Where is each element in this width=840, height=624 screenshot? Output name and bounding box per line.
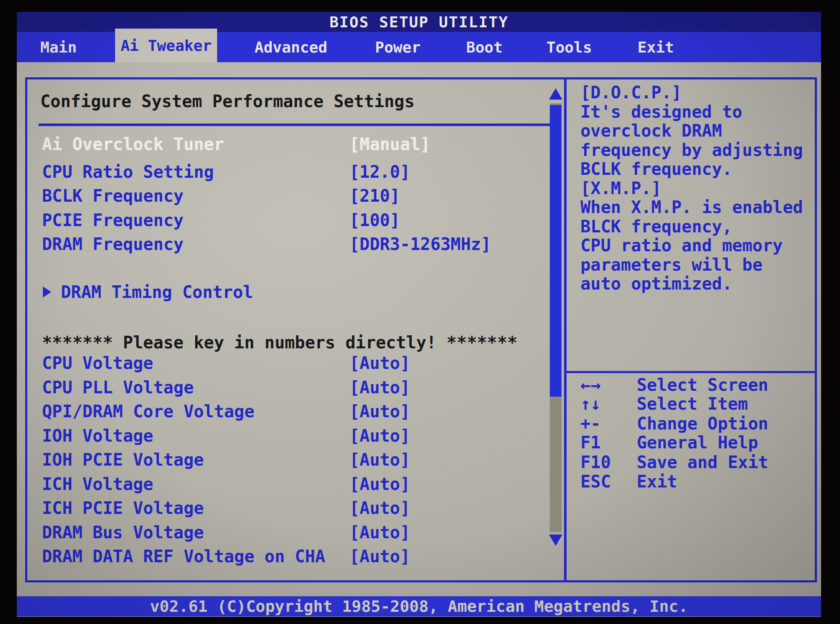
tab-advanced[interactable]: Advanced — [255, 32, 327, 62]
setting-label: CPU Ratio Setting — [42, 161, 214, 182]
setting-value: [Auto] — [349, 449, 410, 470]
submenu-arrow-icon — [43, 287, 51, 298]
setting-row-bclk-frequency[interactable]: BCLK Frequency [210] — [17, 185, 546, 206]
legend-row-general-help: F1 General Help — [17, 433, 269, 452]
setting-row-dram-frequency[interactable]: DRAM Frequency [DDR3-1263MHz] — [17, 234, 546, 255]
bios-setup-screenshot: BIOS SETUP UTILITY Main Ai Tweaker Advan… — [0, 0, 840, 624]
panel-divider — [564, 77, 567, 582]
scroll-down-icon[interactable] — [549, 534, 562, 546]
notice-text: ******* Please key in numbers directly! … — [42, 332, 517, 353]
heading-divider — [39, 124, 559, 126]
footer-bar: v02.61 (C)Copyright 1985-2008, American … — [17, 596, 821, 616]
setting-value: [Auto] — [349, 377, 410, 398]
help-panel: [D.O.C.P.] It's designed to overclock DR… — [580, 83, 818, 294]
setting-label: DRAM DATA REF Voltage on CHA — [42, 546, 325, 567]
setting-label: CPU Voltage — [42, 353, 153, 374]
help-line: BLCK frequency, — [580, 217, 818, 237]
setting-value: [Auto] — [349, 498, 410, 519]
help-line: auto optimized. — [580, 274, 818, 294]
legend-action: Change Option — [637, 414, 768, 433]
setting-value: [DDR3-1263MHz] — [349, 234, 491, 255]
arrows-up-down-icon: ↑↓ — [580, 394, 601, 413]
setting-value: [Manual] — [349, 134, 430, 155]
setting-value: [Auto] — [349, 425, 410, 446]
tab-power[interactable]: Power — [375, 32, 420, 62]
help-line: parameters will be — [580, 255, 818, 275]
setting-label: DRAM Bus Voltage — [42, 522, 204, 543]
setting-value: [Auto] — [349, 353, 410, 374]
help-line: [D.O.C.P.] — [580, 83, 818, 103]
help-line: It's designed to — [580, 103, 818, 122]
setting-row-dram-bus-voltage[interactable]: DRAM Bus Voltage [Auto] — [17, 522, 546, 543]
setting-value: [Auto] — [349, 401, 410, 422]
help-line: When X.M.P. is enabled — [580, 198, 818, 217]
scrollbar — [549, 88, 563, 547]
tab-ai-tweaker[interactable]: Ai Tweaker — [115, 29, 217, 62]
setting-value: [Auto] — [349, 474, 410, 495]
setting-row-ich-pcie-voltage[interactable]: ICH PCIE Voltage [Auto] — [17, 498, 546, 519]
help-line: frequency by adjusting — [580, 141, 818, 160]
arrows-left-right-icon: ←→ — [580, 375, 601, 395]
setting-value: [100] — [349, 210, 400, 231]
help-line: BCLK frequency. — [580, 160, 818, 179]
setting-row-ai-overclock-tuner[interactable]: Ai Overclock Tuner [Manual] — [17, 134, 546, 155]
tab-tools[interactable]: Tools — [546, 32, 592, 62]
submenu-label: DRAM Timing Control — [61, 282, 253, 303]
legend-action: Exit — [637, 472, 677, 491]
setting-value: [12.0] — [349, 161, 410, 182]
setting-label: ICH PCIE Voltage — [42, 498, 204, 519]
menu-bar: Main Ai Tweaker Advanced Power Boot Tool… — [17, 32, 821, 62]
setting-label: BCLK Frequency — [42, 185, 184, 206]
legend-row-save-exit: F10 Save and Exit — [17, 453, 269, 472]
tab-main[interactable]: Main — [40, 32, 77, 62]
legend-row-change-option: +- Change Option — [17, 414, 269, 433]
esc-key: ESC — [580, 472, 611, 491]
scroll-up-icon[interactable] — [549, 88, 562, 100]
setting-value: [Auto] — [349, 522, 410, 543]
legend-action: General Help — [637, 433, 758, 452]
setting-label: PCIE Frequency — [42, 210, 184, 231]
copyright-text: v02.61 (C)Copyright 1985-2008, American … — [150, 597, 688, 616]
help-line: [X.M.P.] — [580, 179, 818, 198]
help-line: overclock DRAM — [580, 121, 818, 141]
title-text: BIOS SETUP UTILITY — [329, 13, 508, 31]
tab-exit[interactable]: Exit — [638, 32, 674, 62]
page-title: Configure System Performance Settings — [40, 92, 415, 111]
setting-row-dram-data-ref-voltage[interactable]: DRAM DATA REF Voltage on CHA [Auto] — [17, 546, 546, 567]
setting-label: DRAM Frequency — [42, 234, 184, 255]
f1-key: F1 — [580, 433, 601, 452]
plus-minus-key: +- — [580, 414, 601, 433]
f10-key: F10 — [580, 453, 611, 472]
bios-screen: BIOS SETUP UTILITY Main Ai Tweaker Advan… — [17, 12, 821, 617]
legend-row-select-item: ↑↓ Select Item — [17, 394, 269, 413]
setting-value: [210] — [349, 185, 400, 206]
legend-action: Select Screen — [637, 375, 768, 395]
setting-value: [Auto] — [349, 546, 410, 567]
setting-row-pcie-frequency[interactable]: PCIE Frequency [100] — [17, 210, 546, 231]
legend-row-select-screen: ←→ Select Screen — [17, 375, 269, 395]
legend-divider — [567, 371, 817, 373]
legend-row-exit: ESC Exit — [17, 472, 269, 491]
legend-action: Select Item — [637, 394, 748, 413]
legend-action: Save and Exit — [637, 453, 768, 472]
setting-row-cpu-ratio[interactable]: CPU Ratio Setting [12.0] — [17, 161, 546, 182]
tab-boot[interactable]: Boot — [466, 32, 503, 62]
submenu-dram-timing-control[interactable]: DRAM Timing Control — [17, 282, 546, 303]
help-line: CPU ratio and memory — [580, 236, 818, 255]
setting-row-cpu-voltage[interactable]: CPU Voltage [Auto] — [17, 353, 546, 374]
scrollbar-thumb[interactable] — [550, 105, 562, 397]
setting-label: Ai Overclock Tuner — [42, 134, 224, 155]
